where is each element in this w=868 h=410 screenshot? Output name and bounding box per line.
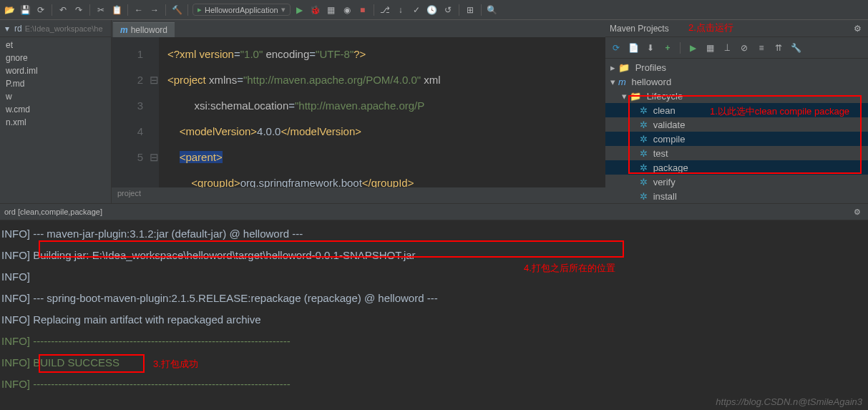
annotation-1: 1.以此选中clean compile package <box>710 106 853 117</box>
skip-tests-icon[interactable]: ⊘ <box>738 42 751 54</box>
project-name: rd <box>14 24 22 34</box>
console-line: INFO] ----------------------------------… <box>0 331 868 352</box>
open-icon[interactable]: 📂 <box>3 4 16 16</box>
code-editor[interactable]: 1 2 3 4 5 ⊟⊟ <?xml version="1.0" encodin… <box>112 37 605 187</box>
run-icon[interactable]: ▶ <box>293 4 306 16</box>
reimport-icon[interactable]: ⟳ <box>610 42 623 54</box>
list-item[interactable]: w.cmd <box>0 103 111 116</box>
chevron-down-icon: ▾ <box>3 24 11 34</box>
project-tree[interactable]: et gnore word.iml P.md w w.cmd n.xml <box>0 37 111 203</box>
list-item[interactable]: word.iml <box>0 64 111 77</box>
tab-label: helloword <box>131 25 167 35</box>
toggle-offline-icon[interactable]: ⟘ <box>721 42 733 54</box>
maven-title: Maven Projects <box>610 24 669 34</box>
execute-icon[interactable]: ▦ <box>703 42 716 54</box>
cut-icon[interactable]: ✂ <box>94 4 107 16</box>
debug-icon[interactable]: 🐞 <box>309 4 322 16</box>
profiles-node[interactable]: ▸📁 Profiles <box>605 60 868 74</box>
console-line: INFO] Replacing main artifact with repac… <box>0 309 868 331</box>
breadcrumb[interactable]: project <box>112 187 605 203</box>
download-icon[interactable]: ⬇ <box>644 42 657 54</box>
project-header[interactable]: ▾ rd E:\Idea_workspace\he <box>0 20 111 37</box>
add-icon[interactable]: + <box>661 42 674 54</box>
history-icon[interactable]: 🕓 <box>426 4 439 16</box>
refresh-icon[interactable]: ⟳ <box>34 4 47 16</box>
copy-icon[interactable]: 📋 <box>110 4 123 16</box>
forward-icon[interactable]: → <box>148 4 161 16</box>
build-icon[interactable]: 🔨 <box>170 4 183 16</box>
coverage-icon[interactable]: ▦ <box>325 4 338 16</box>
lifecycle-node[interactable]: ▾📁 Lifecycle <box>605 89 868 103</box>
settings-icon[interactable]: 🔧 <box>789 42 802 54</box>
editor-tabs: m helloword <box>112 20 605 37</box>
collapse-icon[interactable]: ⇈ <box>772 42 785 54</box>
lifecycle-package[interactable]: ✲ package <box>605 160 868 175</box>
code-content[interactable]: <?xml version="1.0" encoding="UTF-8"?> <… <box>159 37 605 187</box>
run-header: ord [clean,compile,package] ⚙ <box>0 203 868 220</box>
console-line: INFO] --- maven-jar-plugin:3.1.2:jar (de… <box>0 223 868 245</box>
project-pane: ▾ rd E:\Idea_workspace\he et gnore word.… <box>0 20 112 203</box>
console-line: INFO] --- spring-boot-maven-plugin:2.1.5… <box>0 288 868 309</box>
generate-icon[interactable]: 📄 <box>627 42 640 54</box>
update-icon[interactable]: ↓ <box>394 4 407 16</box>
gear-icon[interactable]: ⚙ <box>851 205 864 218</box>
list-item[interactable]: gnore <box>0 52 111 64</box>
run-title: ord [clean,compile,package] <box>4 208 102 216</box>
project-node[interactable]: ▾m helloword <box>605 74 868 89</box>
annotation-3: 3.打包成功 <box>153 358 198 371</box>
profile-icon[interactable]: ◉ <box>341 4 353 16</box>
maven-header: Maven Projects ⚙ <box>605 20 868 37</box>
project-path: E:\Idea_workspace\he <box>25 24 103 33</box>
save-icon[interactable]: 💾 <box>19 4 31 16</box>
annotation-2: 2.点击运行 <box>688 21 733 34</box>
back-icon[interactable]: ← <box>132 4 145 16</box>
console-line: INFO] Building jar: E:\Idea_workspace\he… <box>0 245 868 266</box>
watermark: https://blog.CSDN.n@tSmileAgain3 <box>716 396 862 407</box>
maven-file-icon: m <box>120 25 128 35</box>
maven-toolbar: ⟳ 📄 ⬇ + ▶ ▦ ⟘ ⊘ ≡ ⇈ 🔧 <box>605 37 868 59</box>
stop-icon[interactable]: ■ <box>356 4 369 16</box>
run-config-selector[interactable]: ▸ HellowordApplication ▾ <box>192 4 291 16</box>
list-item[interactable]: n.xml <box>0 116 111 129</box>
lifecycle-compile[interactable]: ✲ compile <box>605 132 868 146</box>
maven-tree[interactable]: ▸📁 Profiles ▾m helloword ▾📁 Lifecycle ✲ … <box>605 59 868 203</box>
console-line: INFO] BUILD SUCCESS <box>0 352 868 374</box>
redo-icon[interactable]: ↷ <box>72 4 85 16</box>
line-gutter: 1 2 3 4 5 <box>112 37 149 187</box>
editor-area: m helloword 1 2 3 4 5 ⊟⊟ <?xml version="… <box>112 20 605 203</box>
undo-icon[interactable]: ↶ <box>57 4 69 16</box>
run-config-label: HellowordApplication <box>205 6 278 14</box>
annotation-4: 4.打包之后所在的位置 <box>524 262 615 275</box>
lifecycle-test[interactable]: ✲ test <box>605 146 868 160</box>
commit-icon[interactable]: ✓ <box>410 4 423 16</box>
show-deps-icon[interactable]: ≡ <box>755 42 768 54</box>
vcs-icon[interactable]: ⎇ <box>379 4 391 16</box>
lifecycle-verify[interactable]: ✲ verify <box>605 175 868 189</box>
list-item[interactable]: et <box>0 39 111 52</box>
console-line: INFO] <box>0 266 868 288</box>
search-icon[interactable]: 🔍 <box>486 4 499 16</box>
main-toolbar: 📂 💾 ⟳ ↶ ↷ ✂ 📋 ← → 🔨 ▸ HellowordApplicati… <box>0 0 868 20</box>
lifecycle-validate[interactable]: ✲ validate <box>605 117 868 132</box>
console-line: INFO] ----------------------------------… <box>0 374 868 395</box>
list-item[interactable]: P.md <box>0 77 111 90</box>
run-maven-icon[interactable]: ▶ <box>686 42 699 54</box>
gear-icon[interactable]: ⚙ <box>851 22 864 35</box>
console-output[interactable]: INFO] --- maven-jar-plugin:3.1.2:jar (de… <box>0 220 868 395</box>
revert-icon[interactable]: ↺ <box>442 4 454 16</box>
lifecycle-install[interactable]: ✲ install <box>605 189 868 203</box>
list-item[interactable]: w <box>0 90 111 103</box>
tab-helloword[interactable]: m helloword <box>113 22 175 37</box>
structure-icon[interactable]: ⊞ <box>464 4 477 16</box>
fold-gutter: ⊟⊟ <box>149 37 159 187</box>
